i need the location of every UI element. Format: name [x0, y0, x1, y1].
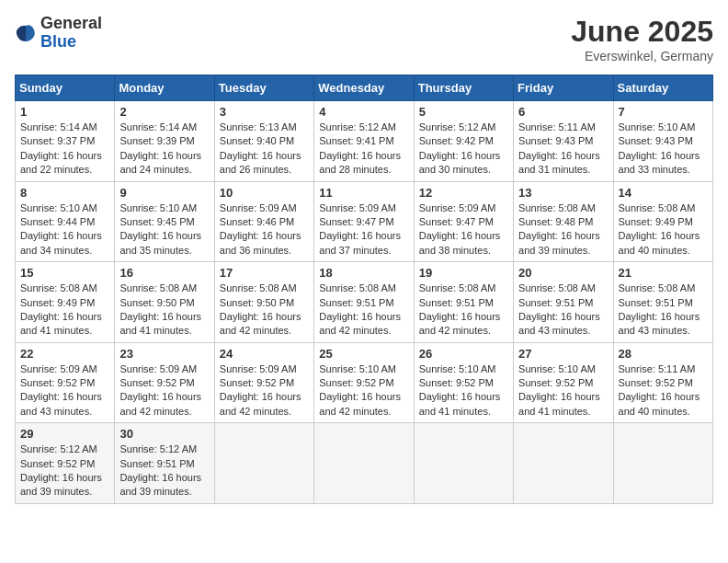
day-info: Sunrise: 5:08 AM Sunset: 9:49 PM Dayligh… [20, 282, 109, 339]
day-number: 1 [20, 105, 109, 119]
day-info: Sunrise: 5:11 AM Sunset: 9:52 PM Dayligh… [619, 362, 708, 419]
col-wednesday: Wednesday [314, 75, 414, 101]
day-number: 28 [619, 347, 708, 361]
day-info: Sunrise: 5:14 AM Sunset: 9:39 PM Dayligh… [119, 121, 209, 178]
calendar-cell: 29 Sunrise: 5:12 AM Sunset: 9:52 PM Dayl… [16, 423, 115, 504]
calendar-cell: 15 Sunrise: 5:08 AM Sunset: 9:49 PM Dayl… [16, 262, 115, 343]
day-number: 12 [419, 186, 508, 200]
calendar-cell: 20 Sunrise: 5:08 AM Sunset: 9:51 PM Dayl… [514, 262, 613, 343]
calendar-cell: 24 Sunrise: 5:09 AM Sunset: 9:52 PM Dayl… [214, 342, 313, 423]
day-number: 11 [319, 186, 408, 200]
calendar-cell: 9 Sunrise: 5:10 AM Sunset: 9:45 PM Dayli… [115, 181, 214, 262]
col-thursday: Thursday [414, 75, 513, 101]
calendar-cell: 12 Sunrise: 5:09 AM Sunset: 9:47 PM Dayl… [414, 181, 513, 262]
calendar-header-row: Sunday Monday Tuesday Wednesday Thursday… [16, 75, 713, 101]
calendar-cell: 22 Sunrise: 5:09 AM Sunset: 9:52 PM Dayl… [16, 342, 115, 423]
calendar-cell: 26 Sunrise: 5:10 AM Sunset: 9:52 PM Dayl… [414, 342, 513, 423]
day-number: 13 [518, 186, 608, 200]
col-saturday: Saturday [613, 75, 712, 101]
calendar-cell [514, 423, 613, 504]
day-info: Sunrise: 5:09 AM Sunset: 9:47 PM Dayligh… [319, 201, 408, 259]
calendar-cell [314, 423, 414, 504]
day-info: Sunrise: 5:08 AM Sunset: 9:48 PM Dayligh… [518, 201, 608, 259]
day-number: 18 [319, 266, 408, 280]
logo: General Blue [15, 15, 102, 52]
day-info: Sunrise: 5:09 AM Sunset: 9:46 PM Dayligh… [220, 201, 309, 259]
calendar-cell: 30 Sunrise: 5:12 AM Sunset: 9:51 PM Dayl… [115, 423, 214, 504]
day-info: Sunrise: 5:11 AM Sunset: 9:43 PM Dayligh… [518, 121, 608, 178]
calendar-cell: 7 Sunrise: 5:10 AM Sunset: 9:43 PM Dayli… [613, 101, 712, 182]
day-info: Sunrise: 5:09 AM Sunset: 9:47 PM Dayligh… [419, 201, 508, 259]
day-info: Sunrise: 5:13 AM Sunset: 9:40 PM Dayligh… [220, 121, 309, 178]
day-info: Sunrise: 5:09 AM Sunset: 9:52 PM Dayligh… [20, 362, 109, 419]
calendar-cell: 10 Sunrise: 5:09 AM Sunset: 9:46 PM Dayl… [214, 181, 313, 262]
day-number: 26 [419, 347, 508, 361]
calendar-cell: 27 Sunrise: 5:10 AM Sunset: 9:52 PM Dayl… [514, 342, 613, 423]
day-info: Sunrise: 5:08 AM Sunset: 9:51 PM Dayligh… [619, 282, 708, 339]
day-number: 20 [518, 266, 608, 280]
day-number: 27 [518, 347, 608, 361]
day-info: Sunrise: 5:10 AM Sunset: 9:43 PM Dayligh… [619, 121, 708, 178]
day-number: 5 [419, 105, 508, 119]
calendar-cell: 5 Sunrise: 5:12 AM Sunset: 9:42 PM Dayli… [414, 101, 513, 182]
week-row-1: 1 Sunrise: 5:14 AM Sunset: 9:37 PM Dayli… [16, 101, 713, 182]
calendar-cell [214, 423, 313, 504]
day-number: 8 [20, 186, 109, 200]
day-info: Sunrise: 5:10 AM Sunset: 9:52 PM Dayligh… [419, 362, 508, 419]
calendar: Sunday Monday Tuesday Wednesday Thursday… [15, 75, 713, 504]
day-number: 22 [20, 347, 109, 361]
day-info: Sunrise: 5:10 AM Sunset: 9:45 PM Dayligh… [119, 201, 209, 259]
day-number: 9 [119, 186, 209, 200]
day-info: Sunrise: 5:12 AM Sunset: 9:51 PM Dayligh… [119, 442, 209, 500]
calendar-cell: 14 Sunrise: 5:08 AM Sunset: 9:49 PM Dayl… [613, 181, 712, 262]
day-number: 23 [119, 347, 209, 361]
page-header: General Blue June 2025 Everswinkel, Germ… [15, 15, 713, 63]
day-info: Sunrise: 5:12 AM Sunset: 9:41 PM Dayligh… [319, 121, 408, 178]
location: Everswinkel, Germany [571, 49, 713, 63]
day-info: Sunrise: 5:12 AM Sunset: 9:52 PM Dayligh… [20, 442, 109, 500]
day-number: 2 [119, 105, 209, 119]
calendar-cell [414, 423, 513, 504]
day-info: Sunrise: 5:08 AM Sunset: 9:50 PM Dayligh… [220, 282, 309, 339]
day-info: Sunrise: 5:08 AM Sunset: 9:51 PM Dayligh… [419, 282, 508, 339]
week-row-4: 22 Sunrise: 5:09 AM Sunset: 9:52 PM Dayl… [16, 342, 713, 423]
day-number: 25 [319, 347, 408, 361]
month-year: June 2025 [571, 15, 713, 49]
day-info: Sunrise: 5:08 AM Sunset: 9:50 PM Dayligh… [119, 282, 209, 339]
day-info: Sunrise: 5:10 AM Sunset: 9:44 PM Dayligh… [20, 201, 109, 259]
week-row-2: 8 Sunrise: 5:10 AM Sunset: 9:44 PM Dayli… [16, 181, 713, 262]
logo-icon [15, 22, 37, 44]
col-sunday: Sunday [16, 75, 115, 101]
calendar-cell: 28 Sunrise: 5:11 AM Sunset: 9:52 PM Dayl… [613, 342, 712, 423]
day-number: 10 [220, 186, 309, 200]
day-number: 30 [119, 427, 209, 441]
calendar-cell: 18 Sunrise: 5:08 AM Sunset: 9:51 PM Dayl… [314, 262, 414, 343]
title-block: June 2025 Everswinkel, Germany [571, 15, 713, 63]
day-info: Sunrise: 5:08 AM Sunset: 9:51 PM Dayligh… [518, 282, 608, 339]
logo-text: General Blue [40, 15, 102, 52]
day-number: 14 [619, 186, 708, 200]
day-info: Sunrise: 5:09 AM Sunset: 9:52 PM Dayligh… [119, 362, 209, 419]
calendar-cell: 11 Sunrise: 5:09 AM Sunset: 9:47 PM Dayl… [314, 181, 414, 262]
day-info: Sunrise: 5:12 AM Sunset: 9:42 PM Dayligh… [419, 121, 508, 178]
calendar-cell: 6 Sunrise: 5:11 AM Sunset: 9:43 PM Dayli… [514, 101, 613, 182]
day-number: 6 [518, 105, 608, 119]
calendar-cell: 4 Sunrise: 5:12 AM Sunset: 9:41 PM Dayli… [314, 101, 414, 182]
calendar-cell: 13 Sunrise: 5:08 AM Sunset: 9:48 PM Dayl… [514, 181, 613, 262]
day-info: Sunrise: 5:08 AM Sunset: 9:51 PM Dayligh… [319, 282, 408, 339]
day-number: 3 [220, 105, 309, 119]
week-row-5: 29 Sunrise: 5:12 AM Sunset: 9:52 PM Dayl… [16, 423, 713, 504]
day-info: Sunrise: 5:10 AM Sunset: 9:52 PM Dayligh… [319, 362, 408, 419]
calendar-cell: 8 Sunrise: 5:10 AM Sunset: 9:44 PM Dayli… [16, 181, 115, 262]
col-monday: Monday [115, 75, 214, 101]
day-info: Sunrise: 5:09 AM Sunset: 9:52 PM Dayligh… [220, 362, 309, 419]
calendar-cell: 21 Sunrise: 5:08 AM Sunset: 9:51 PM Dayl… [613, 262, 712, 343]
day-number: 29 [20, 427, 109, 441]
day-info: Sunrise: 5:08 AM Sunset: 9:49 PM Dayligh… [619, 201, 708, 259]
calendar-cell: 23 Sunrise: 5:09 AM Sunset: 9:52 PM Dayl… [115, 342, 214, 423]
day-number: 15 [20, 266, 109, 280]
day-number: 4 [319, 105, 408, 119]
day-number: 16 [119, 266, 209, 280]
calendar-cell: 3 Sunrise: 5:13 AM Sunset: 9:40 PM Dayli… [214, 101, 313, 182]
week-row-3: 15 Sunrise: 5:08 AM Sunset: 9:49 PM Dayl… [16, 262, 713, 343]
